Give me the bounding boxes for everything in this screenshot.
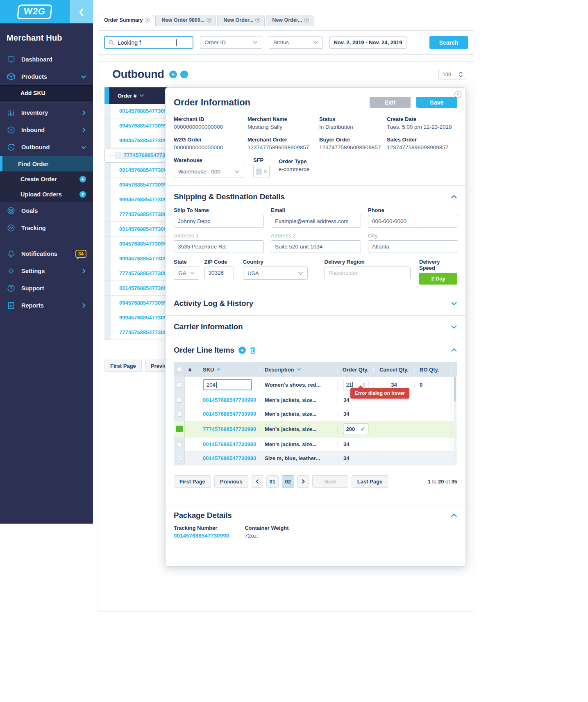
tracking-number-link[interactable]: 001457688547730990 xyxy=(174,533,229,539)
delivery-region-field[interactable] xyxy=(325,267,411,279)
sidebar-item-upload-orders[interactable]: Upload Orders xyxy=(0,187,93,202)
trash-icon[interactable] xyxy=(250,346,256,354)
order-id-dropdown[interactable]: Order ID xyxy=(200,36,262,49)
sidebar-item-tracking[interactable]: Tracking xyxy=(0,219,93,237)
tab-new-order-1[interactable]: New Order 9809... ✕ xyxy=(155,15,216,26)
chevron-down-icon xyxy=(252,41,258,44)
line-items-section-header[interactable]: Order Line Items + xyxy=(174,346,457,355)
sidebar-item-support[interactable]: Support xyxy=(0,280,93,297)
upload-orders-icon[interactable]: ↑ xyxy=(180,71,188,78)
row-checkbox-checked[interactable] xyxy=(176,426,183,432)
order-qty-input-success[interactable]: 200 ✓ xyxy=(343,424,368,434)
tab-new-order-3[interactable]: New Order... ✕ xyxy=(266,15,313,26)
email-field[interactable] xyxy=(271,215,361,228)
phone-field[interactable] xyxy=(368,215,458,228)
warehouse-dropdown[interactable]: Warehouse - 000 xyxy=(174,165,244,178)
chevron-up-icon[interactable] xyxy=(451,348,457,352)
address2-field[interactable] xyxy=(271,240,361,253)
chevron-down-icon[interactable] xyxy=(451,325,457,329)
sidebar-item-dashboard[interactable]: Dashboard xyxy=(0,51,93,68)
page-1-button[interactable]: 01 xyxy=(266,475,279,488)
sku-link[interactable]: 001457688547730990 xyxy=(203,397,256,403)
sku-link[interactable]: 777457688547730990 xyxy=(203,426,256,432)
carrier-section-header[interactable]: Carrier Information xyxy=(174,322,457,331)
upload-circle-icon[interactable] xyxy=(79,191,86,198)
logo[interactable]: W2G xyxy=(0,0,70,23)
delivery-speed-button[interactable]: 2 Day xyxy=(419,273,457,285)
address1-field[interactable] xyxy=(174,240,264,253)
outbound-header: Outbound + ↑ 100 xyxy=(98,62,474,81)
line-item-row[interactable]: 001457688547730990 Men's jackets, size..… xyxy=(174,437,457,451)
page-forward-arrow[interactable] xyxy=(297,475,309,488)
shipping-section-header[interactable]: Shipping & Destination Details xyxy=(174,192,457,201)
table-scrollbar[interactable] xyxy=(454,377,456,465)
stepper-arrows[interactable] xyxy=(455,69,466,80)
search-button[interactable]: Search xyxy=(429,36,468,49)
error-icon: ! xyxy=(363,382,365,388)
select-all-checkbox[interactable] xyxy=(177,367,182,372)
sidebar-item-create-order[interactable]: Create Order xyxy=(0,171,93,187)
row-checkbox[interactable] xyxy=(177,442,182,447)
sidebar-item-inbound[interactable]: Inbound xyxy=(0,121,93,139)
close-icon[interactable]: ✕ xyxy=(207,18,211,23)
sidebar-item-goals[interactable]: Goals xyxy=(0,202,93,219)
description-column-header[interactable]: Description xyxy=(260,367,337,373)
chevron-down-icon[interactable] xyxy=(451,301,457,305)
line-item-row-success[interactable]: 777457688547730990 Men's jackets, size..… xyxy=(174,421,457,437)
sidebar-item-outbound[interactable]: Outbound xyxy=(0,139,93,156)
previous-page-button[interactable]: Previous xyxy=(214,475,248,488)
line-item-row-checked[interactable]: ✓ 001457688547730990 Size m, blue, leath… xyxy=(174,451,457,465)
plus-circle-icon[interactable] xyxy=(79,176,86,183)
close-icon[interactable]: ✕ xyxy=(255,18,260,23)
sku-link[interactable]: 001457688547730990 xyxy=(203,411,256,417)
ship-to-name-field[interactable] xyxy=(174,215,264,228)
last-page-button[interactable]: Last Page xyxy=(352,475,388,488)
sku-link[interactable]: 001457688547730990 xyxy=(203,441,256,447)
zip-code-field[interactable] xyxy=(204,267,234,279)
state-dropdown[interactable]: GA xyxy=(174,267,199,280)
close-icon[interactable]: ✕ xyxy=(304,18,309,23)
city-field[interactable] xyxy=(368,240,458,253)
next-page-button[interactable]: Next xyxy=(312,475,348,488)
first-page-button[interactable]: First Page xyxy=(174,475,211,488)
package-section-header[interactable]: Package Details xyxy=(174,511,457,520)
first-page-button[interactable]: First Page xyxy=(104,360,142,372)
status-dropdown[interactable]: Status xyxy=(269,36,323,49)
row-checkbox-checked[interactable]: ✓ xyxy=(177,456,182,461)
close-icon[interactable]: ✕ xyxy=(454,91,461,98)
sidebar-item-notifications[interactable]: Notifications 34 xyxy=(0,245,93,262)
sku-edit-input[interactable]: 204 xyxy=(203,379,252,390)
line-item-row[interactable]: 001457688547730990 Men's jackets, size..… xyxy=(174,407,457,421)
sku-column-header[interactable]: SKU xyxy=(199,367,260,373)
country-dropdown[interactable]: USA xyxy=(243,267,308,280)
sidebar-item-find-order[interactable]: Find Order xyxy=(0,156,93,171)
tab-new-order-2[interactable]: New Order... ✕ xyxy=(217,15,265,26)
sku-link[interactable]: 001457688547730990 xyxy=(203,455,256,461)
row-checkbox[interactable] xyxy=(177,412,182,417)
sidebar-item-inventory[interactable]: Inventory xyxy=(0,104,93,121)
question-icon xyxy=(7,284,16,293)
sidebar-item-reports[interactable]: Reports xyxy=(0,297,93,314)
page-back-arrow[interactable] xyxy=(252,475,263,488)
row-checkbox[interactable] xyxy=(177,383,182,387)
close-icon[interactable]: ✕ xyxy=(145,18,150,23)
save-button[interactable]: Save xyxy=(416,97,457,108)
activity-log-section-header[interactable]: Activity Log & History xyxy=(174,299,457,308)
line-item-row[interactable]: 001457688547730990 Men's jackets, size..… xyxy=(174,393,457,407)
date-range-picker[interactable]: Nov. 2, 2019 - Nov. 24, 2019 xyxy=(329,36,406,49)
sidebar-item-products[interactable]: Products xyxy=(0,68,93,85)
sidebar-item-settings[interactable]: Settings xyxy=(0,262,93,280)
tab-order-summary[interactable]: Order Summary ✕ xyxy=(98,15,154,26)
sidebar-item-add-sku[interactable]: Add SKU xyxy=(0,85,93,101)
chevron-up-icon[interactable] xyxy=(451,195,457,199)
page-2-button[interactable]: 02 xyxy=(282,475,294,488)
row-checkbox[interactable] xyxy=(177,398,182,403)
page-size-stepper[interactable]: 100 xyxy=(438,69,466,80)
add-line-item-icon[interactable]: + xyxy=(238,346,246,354)
sidebar-collapse-button[interactable]: ❮ xyxy=(70,0,93,23)
search-input[interactable] xyxy=(118,39,175,46)
exit-button[interactable]: Exit xyxy=(370,97,411,108)
sfp-checkbox[interactable]: ✕ xyxy=(253,165,270,178)
chevron-up-icon[interactable] xyxy=(451,513,457,517)
add-order-icon[interactable]: + xyxy=(169,71,177,78)
